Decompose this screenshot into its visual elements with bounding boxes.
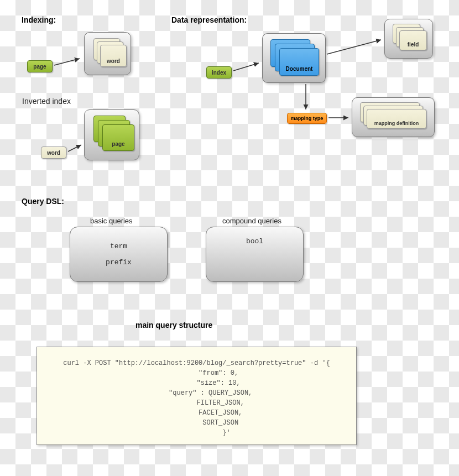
chip-index: index (206, 66, 232, 79)
box-compound-queries: bool (206, 227, 304, 282)
chip-field-label: field (408, 41, 419, 48)
chip-page-stack: page (102, 124, 134, 151)
chip-word-label: word (107, 58, 120, 64)
label-compound-queries: compound queries (222, 217, 281, 225)
heading-indexing: Indexing: (22, 15, 56, 24)
container-field-stack: field (384, 19, 433, 59)
chip-page: page (27, 60, 53, 72)
chip-mapping-definition: mapping definition (367, 109, 426, 129)
chip-document: Document (279, 48, 319, 76)
arrow-word-to-page (67, 142, 86, 155)
query-bool: bool (246, 237, 263, 245)
heading-main-query-structure: main query structure (135, 321, 212, 329)
chip-mapping-type: mapping type (287, 113, 327, 124)
arrow-page-to-word (53, 55, 84, 69)
chip-mapping-def-label: mapping definition (374, 121, 419, 126)
container-document-stack: Document (262, 33, 326, 83)
chip-page-stack-label: page (112, 141, 124, 147)
query-prefix: prefix (106, 258, 132, 266)
container-page-stack: page (84, 109, 139, 160)
query-term: term (110, 242, 127, 250)
chip-word-source: word (41, 147, 66, 159)
code-main-query: curl -X POST "http://localhost:9200/blog… (36, 347, 357, 445)
arrow-document-to-field (326, 36, 385, 59)
svg-line-3 (327, 40, 381, 54)
heading-inverted-index: Inverted index (22, 97, 71, 106)
box-basic-queries: term prefix (70, 227, 168, 282)
heading-query-dsl: Query DSL: (22, 197, 64, 206)
svg-line-2 (233, 63, 259, 71)
arrow-document-to-mapping-type (301, 83, 312, 114)
heading-data-representation: Data representation: (171, 15, 247, 24)
arrow-mapping-type-to-def (327, 114, 353, 122)
container-word-stack: word (84, 32, 131, 75)
chip-document-label: Document (286, 66, 313, 72)
chip-word: word (100, 45, 127, 67)
container-mapping-def-stack: mapping definition (352, 97, 435, 137)
svg-line-1 (68, 145, 81, 151)
svg-line-0 (54, 59, 80, 65)
label-basic-queries: basic queries (90, 217, 133, 225)
chip-field: field (399, 30, 427, 50)
arrow-index-to-document (232, 60, 263, 73)
